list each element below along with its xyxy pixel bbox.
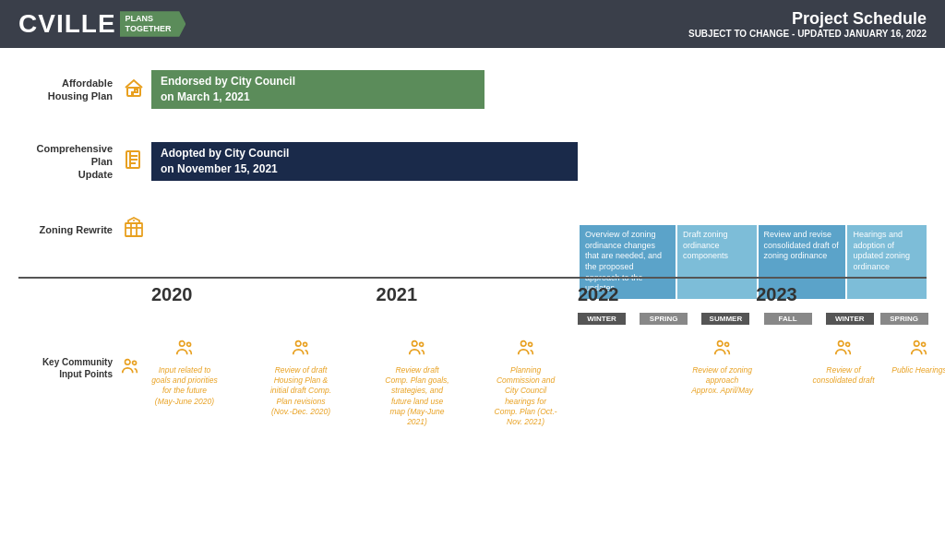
zoning-bars-area: Overview of zoning ordinance changes tha… bbox=[151, 197, 927, 273]
input-point-7: Public Hearings bbox=[888, 338, 945, 375]
svg-point-25 bbox=[839, 341, 844, 347]
year-2021: 2021 bbox=[377, 284, 418, 305]
svg-point-27 bbox=[915, 341, 920, 347]
season-spring1: SPRING bbox=[640, 313, 688, 325]
comprehensive-plan-row: Comprehensive Plan Update Adopted by Cit… bbox=[18, 129, 927, 194]
input-point-3-icon bbox=[384, 338, 450, 363]
subtitle-bold: SUBJECT TO CHANGE bbox=[688, 29, 789, 39]
header-right: Project Schedule SUBJECT TO CHANGE - UPD… bbox=[688, 9, 927, 39]
input-point-5-icon bbox=[687, 338, 759, 363]
zoning-rewrite-label: Zoning Rewrite bbox=[18, 197, 120, 236]
season-winter1: WINTER bbox=[578, 313, 626, 325]
year-row: 2020 2021 2022 2023 bbox=[18, 277, 927, 310]
affordable-housing-label: Affordable Housing Plan bbox=[18, 77, 120, 103]
logo-cville: CVILLE bbox=[18, 9, 116, 39]
project-schedule-subtitle: SUBJECT TO CHANGE - UPDATED JANUARY 16, … bbox=[688, 29, 927, 39]
app-container: CVILLE PLANS TOGETHER Project Schedule S… bbox=[0, 0, 945, 560]
input-point-6: Review of consolidated draft bbox=[810, 338, 877, 386]
input-point-1: Input related to goals and priorities fo… bbox=[151, 338, 218, 407]
svg-point-18 bbox=[304, 342, 307, 346]
affordable-housing-icon bbox=[120, 77, 148, 103]
svg-point-12 bbox=[133, 220, 135, 221]
input-point-3: Review draft Comp. Plan goals, strategie… bbox=[384, 338, 450, 427]
logo-area: CVILLE PLANS TOGETHER bbox=[18, 9, 185, 39]
svg-point-21 bbox=[520, 341, 526, 347]
comprehensive-plan-bars: Adopted by City Council on November 15, … bbox=[151, 135, 927, 188]
svg-rect-1 bbox=[131, 91, 134, 96]
comprehensive-plan-bar: Adopted by City Council on November 15, … bbox=[151, 142, 578, 181]
year-2022: 2022 bbox=[578, 284, 619, 305]
svg-point-17 bbox=[296, 341, 302, 347]
year-2020: 2020 bbox=[151, 284, 193, 305]
input-points-row: Key Community Input Points bbox=[18, 338, 927, 458]
svg-point-23 bbox=[717, 341, 723, 347]
input-point-1-icon bbox=[151, 338, 218, 363]
svg-point-24 bbox=[724, 342, 728, 346]
input-point-7-icon bbox=[888, 338, 945, 363]
svg-point-13 bbox=[126, 360, 131, 365]
subtitle-regular: - UPDATED JANUARY 16, 2022 bbox=[789, 29, 927, 39]
svg-rect-2 bbox=[135, 89, 138, 92]
season-spring2: SPRING bbox=[880, 313, 928, 325]
svg-point-16 bbox=[187, 342, 191, 346]
comprehensive-plan-icon bbox=[120, 149, 148, 175]
input-point-4: Planning Commission and City Council hea… bbox=[493, 338, 559, 427]
affordable-housing-bars: Endorsed by City Council on March 1, 202… bbox=[151, 63, 927, 116]
season-fall: FALL bbox=[764, 313, 812, 325]
affordable-housing-row: Affordable Housing Plan Endorsed by City… bbox=[18, 57, 927, 122]
comprehensive-plan-label: Comprehensive Plan Update bbox=[18, 142, 120, 182]
input-point-2-icon bbox=[268, 338, 334, 363]
input-point-4-icon bbox=[493, 338, 559, 363]
svg-point-22 bbox=[528, 342, 532, 346]
svg-point-19 bbox=[413, 341, 418, 347]
season-summer: SUMMER bbox=[701, 313, 749, 325]
project-schedule-title: Project Schedule bbox=[688, 9, 927, 29]
zoning-rewrite-row: Zoning Rewrite O bbox=[18, 197, 927, 273]
logo-plans-together: PLANS TOGETHER bbox=[120, 11, 186, 37]
affordable-housing-bar: Endorsed by City Council on March 1, 202… bbox=[151, 70, 484, 109]
svg-point-14 bbox=[133, 361, 137, 364]
svg-rect-8 bbox=[126, 223, 142, 236]
season-row: WINTER SPRING SUMMER FALL WINTER SPRING bbox=[18, 312, 927, 332]
year-labels: 2020 2021 2022 2023 bbox=[151, 282, 927, 310]
input-points-main-icon bbox=[120, 338, 148, 378]
header: CVILLE PLANS TOGETHER Project Schedule S… bbox=[0, 0, 945, 48]
svg-point-26 bbox=[846, 342, 850, 346]
input-point-5: Review of zoning approach Approx. April/… bbox=[687, 338, 759, 397]
svg-point-15 bbox=[180, 341, 185, 347]
svg-point-28 bbox=[922, 342, 926, 346]
year-2023: 2023 bbox=[756, 284, 797, 305]
input-points-area: Input related to goals and priorities fo… bbox=[151, 338, 927, 458]
main-content: Affordable Housing Plan Endorsed by City… bbox=[0, 48, 945, 560]
svg-point-20 bbox=[420, 342, 424, 346]
zoning-rewrite-icon bbox=[120, 197, 148, 243]
input-points-label: Key Community Input Points bbox=[18, 338, 120, 380]
season-winter2: WINTER bbox=[826, 313, 874, 325]
input-point-6-icon bbox=[810, 338, 877, 363]
input-point-2: Review of draft Housing Plan & initial d… bbox=[268, 338, 334, 417]
season-labels: WINTER SPRING SUMMER FALL WINTER SPRING bbox=[151, 313, 927, 331]
